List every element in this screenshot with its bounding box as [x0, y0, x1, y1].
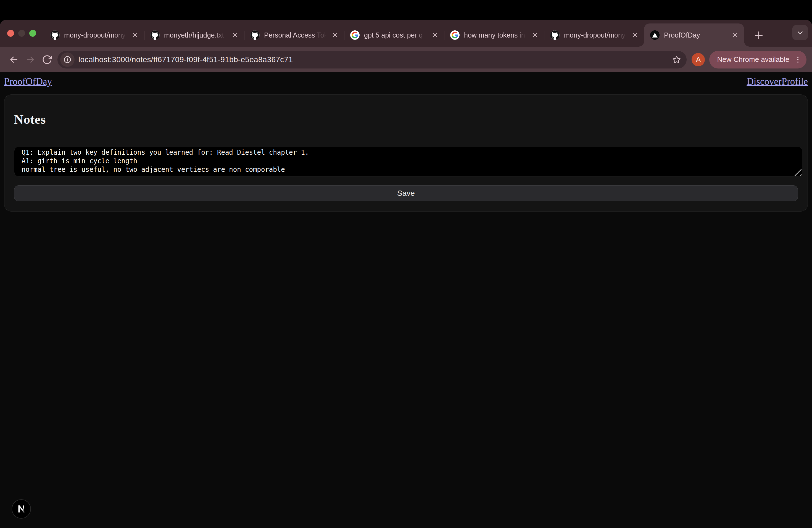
- bookmark-button[interactable]: [672, 55, 681, 64]
- github-icon: [50, 30, 60, 40]
- site-info-button[interactable]: [60, 53, 75, 67]
- close-window-button[interactable]: [7, 30, 14, 37]
- traffic-lights: [7, 20, 36, 47]
- tab[interactable]: how many tokens in: [444, 24, 544, 47]
- chevron-down-icon: [792, 25, 808, 40]
- note-textarea[interactable]: Q1: Explain two key definitions you lear…: [14, 147, 802, 176]
- nextjs-dev-indicator[interactable]: [12, 499, 31, 518]
- tab-close-icon[interactable]: [630, 30, 640, 40]
- tab-close-icon[interactable]: [530, 30, 540, 40]
- tab-label: Personal Access Tok: [264, 31, 328, 39]
- browser-window: mony-dropout/monymonyeth/hijudge.txtPers…: [0, 20, 812, 528]
- tab[interactable]: mony-dropout/mony: [44, 24, 144, 47]
- tab-close-icon[interactable]: [730, 30, 740, 40]
- tab[interactable]: monyeth/hijudge.txt: [144, 24, 244, 47]
- back-arrow-icon: [5, 52, 22, 68]
- tab-label: mony-dropout/mony: [564, 31, 625, 39]
- forward-button[interactable]: [22, 52, 39, 68]
- site-nav: ProofOfDay DiscoverProfile: [0, 72, 812, 87]
- tab-close-icon[interactable]: [430, 30, 440, 40]
- tab-corner: [639, 41, 644, 47]
- star-icon: [672, 55, 681, 64]
- tab-label: mony-dropout/mony: [64, 31, 126, 39]
- tab-search-button[interactable]: [792, 25, 808, 40]
- github-icon: [150, 30, 160, 40]
- nav-right: DiscoverProfile: [746, 76, 808, 87]
- google-icon: [350, 30, 360, 40]
- save-button[interactable]: Save: [14, 185, 798, 201]
- address-bar[interactable]: localhost:3000/notes/ff671709-f09f-4f51-…: [57, 51, 686, 69]
- notes-card: Notes Q1: Explain two key definitions yo…: [4, 94, 808, 211]
- google-icon: [450, 30, 460, 40]
- update-chrome-pill[interactable]: New Chrome available: [709, 51, 807, 69]
- tab-active[interactable]: ProofOfDay: [644, 24, 744, 47]
- tab-close-icon[interactable]: [330, 30, 340, 40]
- nextjs-icon: [12, 500, 30, 518]
- tab-label: monyeth/hijudge.txt: [164, 31, 224, 39]
- tab-corner: [744, 41, 750, 47]
- github-icon: [250, 30, 260, 40]
- nav-link-profile[interactable]: Profile: [782, 76, 808, 87]
- new-tab-button[interactable]: [751, 28, 766, 43]
- page-title: Notes: [14, 112, 798, 127]
- menu-dots-icon[interactable]: [794, 51, 802, 69]
- tab-label: ProofOfDay: [664, 31, 700, 39]
- note-textarea-wrap: Q1: Explain two key definitions you lear…: [14, 147, 802, 176]
- plus-icon: [751, 28, 766, 43]
- tab-strip: mony-dropout/monymonyeth/hijudge.txtPers…: [0, 20, 812, 47]
- forward-arrow-icon: [22, 52, 39, 68]
- tab-label: gpt 5 api cost per q: [364, 31, 423, 39]
- profile-avatar[interactable]: A: [692, 53, 705, 66]
- nav-link-discover[interactable]: Discover: [746, 76, 781, 87]
- zoom-window-button[interactable]: [29, 30, 36, 37]
- back-button[interactable]: [5, 52, 22, 68]
- url-text[interactable]: localhost:3000/notes/ff671709-f09f-4f51-…: [78, 55, 293, 64]
- tab[interactable]: mony-dropout/mony: [544, 24, 644, 47]
- brand-link[interactable]: ProofOfDay: [4, 76, 52, 87]
- update-chrome-label: New Chrome available: [717, 55, 789, 64]
- github-icon: [550, 30, 560, 40]
- tab[interactable]: gpt 5 api cost per q: [344, 24, 444, 47]
- tab[interactable]: Personal Access Tok: [244, 24, 344, 47]
- page-content: ProofOfDay DiscoverProfile Notes Q1: Exp…: [0, 72, 812, 528]
- tab-label: how many tokens in: [464, 31, 525, 39]
- vercel-icon: [650, 30, 659, 40]
- tab-strip-tabs: mony-dropout/monymonyeth/hijudge.txtPers…: [44, 20, 744, 47]
- reload-button[interactable]: [39, 52, 55, 68]
- reload-icon: [39, 52, 55, 68]
- minimize-window-button[interactable]: [18, 30, 25, 37]
- tab-close-icon[interactable]: [230, 30, 240, 40]
- info-icon: [60, 53, 75, 67]
- tab-close-icon[interactable]: [130, 30, 140, 40]
- toolbar: localhost:3000/notes/ff671709-f09f-4f51-…: [0, 47, 812, 72]
